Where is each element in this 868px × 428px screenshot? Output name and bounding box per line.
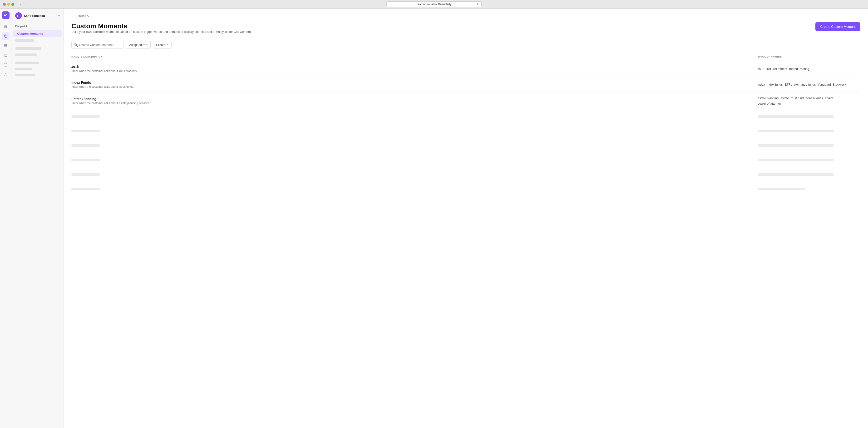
skeleton-name-4 (71, 159, 100, 161)
row-name-index-funds: Index Funds (71, 80, 757, 85)
rail-nav-4[interactable]: ◻ (2, 52, 9, 59)
col-header-triggers: TRIGGER WORDS (757, 55, 853, 58)
skeleton-triggers-4 (757, 159, 834, 161)
row-more-menu-button[interactable]: ⋮ (853, 128, 860, 134)
address-bar[interactable]: Dialpad — Work Beautifully ↻ (386, 1, 482, 7)
sidebar-skeleton-1 (15, 39, 34, 42)
sidebar-workspace-header[interactable]: SF San Francisco ▾ (11, 12, 64, 23)
skeleton-name-1 (71, 115, 100, 118)
skeleton-row-4: ⋮ (71, 153, 860, 167)
table-header: NAME & DESCRIPTION TRIGGER WORDS (71, 53, 860, 60)
row-more-menu-button[interactable]: ⋮ (853, 113, 860, 120)
row-more-menu-button[interactable]: ⋮ (853, 186, 860, 192)
app-logo (2, 11, 9, 19)
skeleton-row-1: ⋮ (71, 109, 860, 124)
rail-nav-6[interactable]: △ (2, 70, 9, 78)
trigger-retiring: retiring (800, 67, 809, 71)
col-header-actions (853, 55, 860, 58)
page-url: Dialpad — Work Beautifully (416, 3, 452, 6)
breadcrumb: ··· / Dialpad Ai (71, 14, 860, 18)
table-row: Estate Planning Track when the customer … (71, 93, 860, 109)
assigned-to-filter[interactable]: Assigned to ▾ (126, 41, 151, 48)
skeleton-row-5: ⋮ (71, 167, 860, 182)
row-name-401k: 401k (71, 65, 757, 69)
rail-nav-5[interactable]: ◯ (2, 61, 9, 68)
close-button[interactable] (3, 3, 6, 6)
minimize-button[interactable] (7, 3, 10, 6)
page-header: Custom Moments Build your own trackable … (71, 22, 860, 38)
table-row: Index Funds Track when the customer asks… (71, 77, 860, 93)
row-name-description-index: Index Funds Track when the customer asks… (71, 80, 757, 89)
back-button[interactable]: ‹ (19, 2, 22, 7)
trigger-index-funds: index funds (767, 83, 783, 86)
skeleton-triggers-2 (757, 130, 834, 132)
app-container: ⊞ ☰ ◻ ◯ △ SF San Francisco ▾ Dialpad Ai … (0, 8, 868, 428)
trigger-words-index-funds: index index funds ETFs exchange funds Va… (757, 83, 853, 86)
trigger-retirement: retirement (773, 67, 787, 71)
skeleton-name-2 (71, 130, 100, 132)
rail-nav-3[interactable]: ☰ (2, 42, 9, 50)
row-more-menu-button[interactable]: ⋮ (853, 81, 860, 88)
window-chrome: ‹ › Dialpad — Work Beautifully ↻ (0, 0, 868, 8)
trigger-affairs: affairs (825, 96, 833, 100)
trigger-trust-fund: trust fund (791, 96, 804, 100)
workspace-name: San Francisco (24, 14, 56, 18)
row-more-menu-button[interactable]: ⋮ (853, 66, 860, 72)
search-input[interactable] (71, 41, 124, 48)
trigger-estate-planning: estate planning (757, 96, 778, 100)
skeleton-triggers-6 (757, 188, 805, 190)
trigger-exchange-funds: exchange funds (794, 83, 816, 86)
trigger-etfs: ETFs (785, 83, 792, 86)
create-custom-moment-button[interactable]: Create Custom Moment (815, 22, 860, 31)
creator-chevron-icon: ▾ (167, 43, 168, 46)
page-description: Build your own trackable moments based o… (71, 30, 251, 34)
skeleton-name-6 (71, 188, 100, 190)
row-name-description-estate: Estate Planning Track when the customer … (71, 97, 757, 105)
reload-icon[interactable]: ↻ (477, 2, 479, 6)
search-wrapper: 🔍 (71, 41, 124, 48)
workspace-avatar: SF (15, 12, 22, 19)
nav-arrows: ‹ › (19, 2, 26, 7)
fullscreen-button[interactable] (11, 3, 14, 6)
sidebar-skeleton-4 (15, 62, 39, 64)
row-more-menu-button[interactable]: ⋮ (853, 142, 860, 149)
sidebar: SF San Francisco ▾ Dialpad Ai Custom Mom… (11, 8, 64, 428)
page-title-area: Custom Moments Build your own trackable … (71, 22, 251, 38)
row-more-menu-button[interactable]: ⋮ (853, 171, 860, 178)
sidebar-section-title: Dialpad Ai (11, 23, 64, 30)
sidebar-skeleton-5 (15, 68, 32, 70)
skeleton-triggers-5 (757, 173, 834, 176)
trigger-401: 401 (766, 67, 771, 71)
search-icon: 🔍 (74, 43, 78, 47)
main-content: ··· / Dialpad Ai Custom Moments Build yo… (64, 8, 868, 428)
skeleton-triggers-1 (757, 115, 834, 118)
trigger-blackrock: Blackrock (833, 83, 846, 86)
filters-row: 🔍 Assigned to ▾ Creator ▾ (71, 41, 860, 48)
forward-button[interactable]: › (23, 2, 26, 7)
rail-nav-history[interactable] (2, 32, 9, 40)
trigger-vanguard: Vanguard (817, 83, 831, 86)
rail-nav-1[interactable]: ⊞ (2, 23, 9, 30)
trigger-beneficiaries: beneficiaries (806, 96, 823, 100)
assigned-to-chevron-icon: ▾ (146, 43, 148, 46)
sidebar-skeleton-3 (15, 54, 37, 56)
workspace-chevron-icon: ▾ (58, 14, 60, 18)
breadcrumb-current: Dialpad Ai (76, 14, 89, 18)
skeleton-row-6: ⋮ (71, 182, 860, 196)
row-desc-estate-planning: Track when the customer asks about estat… (71, 102, 757, 105)
skeleton-triggers-3 (757, 144, 834, 147)
row-name-description: 401k Track when the customer asks about … (71, 65, 757, 73)
row-more-menu-button[interactable]: ⋮ (853, 157, 860, 163)
row-more-menu-button[interactable]: ⋮ (853, 98, 860, 104)
skeleton-name-5 (71, 173, 100, 176)
sidebar-item-custom-moments[interactable]: Custom Moments (13, 30, 62, 37)
breadcrumb-item-1: ··· (71, 14, 74, 18)
creator-filter[interactable]: Creator ▾ (153, 41, 172, 48)
svg-point-0 (4, 14, 6, 16)
skeleton-row-2: ⋮ (71, 124, 860, 138)
page-title: Custom Moments (71, 22, 251, 30)
col-header-name: NAME & DESCRIPTION (71, 55, 757, 58)
trigger-estate: estate (780, 96, 789, 100)
skeleton-name-3 (71, 144, 100, 147)
trigger-retired: retired (789, 67, 798, 71)
